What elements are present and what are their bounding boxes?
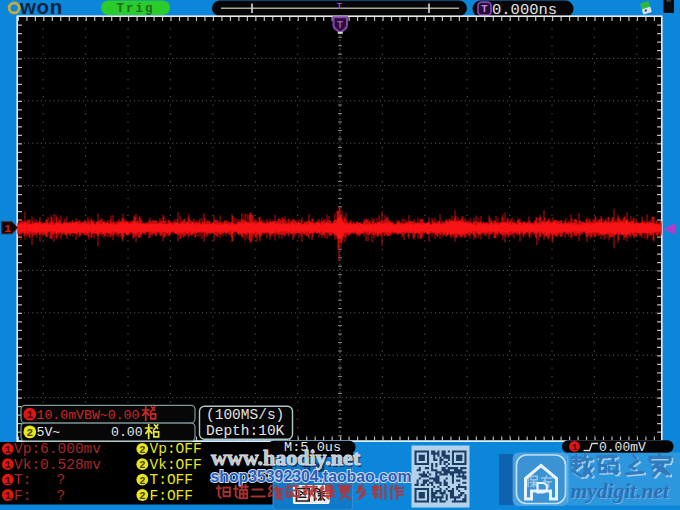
svg-text:1: 1 bbox=[572, 442, 578, 453]
svg-text:10.0mVBW~0.00: 10.0mVBW~0.00 bbox=[37, 408, 140, 423]
svg-text:F:OFF: F:OFF bbox=[150, 488, 194, 504]
svg-text:1: 1 bbox=[4, 223, 11, 235]
svg-text:?: ? bbox=[57, 488, 66, 504]
svg-text:?: ? bbox=[57, 472, 66, 488]
svg-text:2: 2 bbox=[139, 475, 145, 487]
svg-text:1: 1 bbox=[5, 475, 11, 487]
svg-text:shop35392304.taobao.com: shop35392304.taobao.com bbox=[211, 468, 412, 485]
svg-text:won: won bbox=[19, 0, 63, 18]
svg-text:2: 2 bbox=[139, 490, 145, 502]
svg-text:F:: F: bbox=[14, 488, 31, 504]
svg-text:1: 1 bbox=[5, 490, 11, 502]
svg-text:T: T bbox=[337, 20, 343, 31]
svg-text:2: 2 bbox=[139, 444, 145, 456]
svg-text:1: 1 bbox=[5, 459, 11, 471]
svg-text:Vp:6.000mv: Vp:6.000mv bbox=[14, 441, 101, 457]
svg-text:1: 1 bbox=[5, 444, 11, 456]
svg-text:T:: T: bbox=[14, 472, 31, 488]
svg-text:Vk:0.528mv: Vk:0.528mv bbox=[14, 457, 101, 473]
svg-text:2: 2 bbox=[139, 459, 145, 471]
svg-text:T: T bbox=[337, 2, 343, 12]
svg-text:T:OFF: T:OFF bbox=[150, 472, 194, 488]
svg-text:www.haodiy.net: www.haodiy.net bbox=[211, 445, 361, 470]
svg-text:Vk:OFF: Vk:OFF bbox=[150, 457, 202, 473]
svg-text:0.00: 0.00 bbox=[111, 425, 143, 440]
svg-text:T: T bbox=[481, 3, 487, 15]
svg-text:mydigit.net: mydigit.net bbox=[571, 479, 671, 503]
svg-text:(100MS/s): (100MS/s) bbox=[206, 407, 284, 423]
svg-text:Depth:10K: Depth:10K bbox=[206, 423, 285, 439]
svg-text:1: 1 bbox=[26, 409, 33, 421]
svg-text:5V~: 5V~ bbox=[37, 425, 61, 440]
svg-text:2: 2 bbox=[26, 427, 33, 439]
svg-text:Trig: Trig bbox=[116, 2, 154, 16]
svg-text:Vp:OFF: Vp:OFF bbox=[150, 441, 202, 457]
